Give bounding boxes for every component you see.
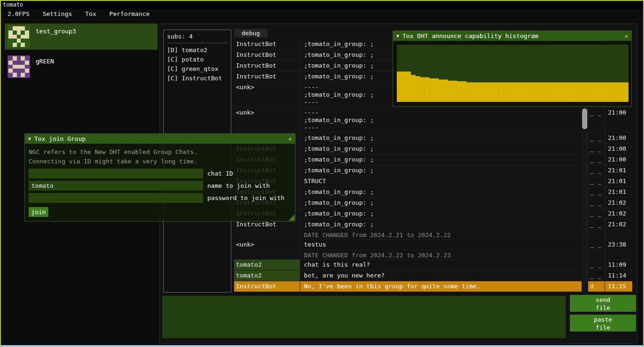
scrollbar-grab[interactable]	[582, 108, 587, 129]
sender-name: InstructBot	[234, 71, 300, 82]
menu-item-settings[interactable]: Settings	[36, 8, 79, 20]
message-flags: d	[588, 281, 605, 292]
menu-item-performance[interactable]: Performance	[103, 8, 156, 20]
message-time	[605, 230, 632, 239]
chat-row[interactable]: InstructBotNo, I've been in this group f…	[234, 281, 632, 292]
paste-file-button[interactable]: paste file	[570, 315, 636, 332]
message-text: ---- ;tomato_in_group: ; ----	[300, 108, 582, 132]
contact-label: test_group3	[36, 28, 76, 35]
resize-grip[interactable]	[288, 215, 295, 221]
date-separator-row[interactable]: DATE CHANGED from 2024.2.21 to 2024.2.22	[234, 230, 632, 239]
sender-name: tomato2	[234, 260, 300, 270]
contact-label: gREEN	[36, 58, 54, 65]
collapse-arrow-icon[interactable]: ▼	[28, 136, 31, 141]
subs-separator	[167, 43, 227, 43]
chat-id-label: chat ID	[207, 170, 233, 177]
message-time: 21:02	[605, 198, 632, 208]
message-text: ;tomato_in_group: ;	[300, 154, 582, 165]
join-window-titlebar[interactable]: ▼ Tox join Group ✕	[25, 134, 295, 144]
message-flags	[588, 250, 605, 259]
message-input[interactable]	[162, 296, 566, 338]
sender-name: tomato2	[234, 270, 300, 281]
sender-name: InstructBot	[234, 281, 300, 292]
message-time: 21:00	[605, 133, 632, 143]
histogram-window-titlebar[interactable]: ▼ Tox DHT announce capability histogram …	[393, 31, 631, 41]
join-info-line2: Connecting via ID might take a very long…	[29, 157, 291, 166]
contact-item-test_group3[interactable]: test_group3	[5, 23, 158, 50]
chat-row[interactable]: <unk>---- ;tomato_in_group: ; ----_ _21:…	[234, 108, 632, 133]
message-flags: _ _	[588, 176, 605, 186]
join-group-window: ▼ Tox join Group ✕ NGC refers to the New…	[24, 133, 295, 222]
histogram-plot	[397, 45, 629, 102]
join-password-input[interactable]	[29, 193, 203, 203]
tab-debug[interactable]: debug	[234, 29, 267, 38]
message-flags: _ _	[588, 108, 605, 132]
message-text: DATE CHANGED from 2024.2.21 to 2024.2.22	[300, 230, 582, 239]
sender-name	[234, 230, 300, 239]
message-text: ;tomato_in_group: ;	[300, 219, 582, 230]
send-file-button[interactable]: send file	[570, 295, 636, 312]
message-flags: _ _	[588, 208, 605, 219]
date-separator-row[interactable]: DATE CHANGED from 2024.2.22 to 2024.2.23	[234, 250, 632, 260]
sender-name: InstructBot	[234, 50, 300, 60]
message-flags: _ _	[588, 260, 605, 270]
message-flags: _ _	[588, 165, 605, 176]
message-flags	[588, 230, 605, 239]
title-bar[interactable]: tomato	[1, 1, 643, 8]
sender-name	[234, 250, 300, 259]
message-flags: _ _	[588, 187, 605, 197]
menu-item-fps: 2.0FPS	[1, 8, 36, 20]
message-flags: _ _	[588, 154, 605, 165]
message-text: ;tomato_in_group: ;	[300, 133, 582, 143]
sender-name: InstructBot	[234, 61, 300, 71]
join-password-label: password to join with	[207, 194, 284, 201]
message-flags: _ _	[588, 270, 605, 281]
histogram-window-title: Tox DHT announce capability histogram	[402, 32, 538, 39]
message-time: 21:00	[605, 144, 632, 154]
message-text: bot, are you new here?	[300, 270, 582, 281]
sender-name: InstructBot	[234, 39, 300, 49]
chat-id-input[interactable]	[29, 169, 203, 178]
group-avatar	[8, 25, 30, 48]
menu-item-tox[interactable]: Tox	[79, 8, 103, 20]
message-text: ;tomato_in_group: ;	[300, 208, 582, 219]
message-time	[605, 250, 632, 259]
message-text: STRUCT	[300, 176, 582, 186]
message-time: 21:00	[605, 108, 632, 132]
message-text: chat is this real?	[300, 260, 582, 270]
join-info-line1: NGC refers to the New DHT enabled Group …	[29, 147, 291, 157]
subs-member-list: [D] tomato2[C] potato[C] green_qtox[C] I…	[167, 46, 227, 83]
join-button[interactable]: join	[29, 207, 48, 217]
message-time: 23:38	[605, 239, 632, 250]
subs-member[interactable]: [D] tomato2	[167, 46, 227, 55]
message-time: 11:14	[605, 270, 632, 281]
sender-name: <unk>	[234, 82, 300, 107]
message-flags: _ _	[588, 219, 605, 230]
message-text: DATE CHANGED from 2024.2.22 to 2024.2.23	[300, 250, 582, 259]
message-time: 21:01	[605, 176, 632, 186]
subs-member[interactable]: [C] potato	[167, 55, 227, 64]
collapse-arrow-icon[interactable]: ▼	[396, 33, 399, 39]
chat-row[interactable]: tomato2chat is this real?_ _11:09	[234, 260, 632, 270]
join-name-label: name to join with	[207, 182, 270, 189]
subs-member[interactable]: [C] green_qtox	[167, 64, 227, 74]
contact-item-gREEN[interactable]: gREEN	[5, 54, 158, 80]
subs-member[interactable]: [C] InstructBot	[167, 74, 227, 83]
app-window: tomato 2.0FPSSettingsToxPerformance test…	[0, 0, 644, 347]
message-flags: _ _	[588, 239, 605, 250]
chat-row[interactable]: <unk>testus_ _23:38	[234, 239, 632, 250]
message-time: 11:15	[605, 281, 632, 292]
message-text: ;tomato_in_group: ;	[300, 165, 582, 176]
join-name-input[interactable]	[29, 181, 203, 191]
menu-bar: 2.0FPSSettingsToxPerformance	[1, 8, 643, 20]
message-flags: _ _	[588, 198, 605, 208]
message-time: 21:01	[605, 187, 632, 197]
message-time: 21:00	[605, 154, 632, 165]
chat-row[interactable]: tomato2bot, are you new here?_ _11:14	[234, 270, 632, 281]
histogram-window: ▼ Tox DHT announce capability histogram …	[393, 31, 632, 107]
sender-name: <unk>	[234, 239, 300, 250]
message-time: 11:09	[605, 260, 632, 270]
message-time: 21:02	[605, 208, 632, 219]
close-icon[interactable]: ✕	[625, 33, 628, 39]
close-icon[interactable]: ✕	[288, 136, 292, 142]
